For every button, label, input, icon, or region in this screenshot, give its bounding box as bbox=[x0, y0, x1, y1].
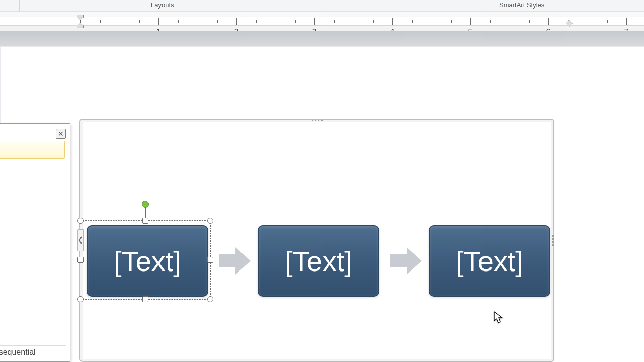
ruler-tick bbox=[470, 18, 471, 25]
ruler-tick bbox=[451, 20, 452, 23]
ruler-tick bbox=[392, 18, 393, 25]
ruler-tick bbox=[432, 19, 432, 24]
ribbon-group-styles-label: SmartArt Styles bbox=[499, 1, 544, 9]
ruler-tick bbox=[236, 18, 237, 25]
ruler-tick bbox=[354, 19, 354, 24]
resize-handle-w[interactable] bbox=[77, 257, 84, 263]
rotation-handle[interactable] bbox=[142, 201, 149, 208]
ruler-tick bbox=[490, 20, 491, 23]
ribbon-group-strip: Layouts SmartArt Styles bbox=[0, 0, 644, 11]
ruler-tick bbox=[607, 20, 608, 23]
ribbon-group-layouts-label: Layouts bbox=[151, 1, 174, 9]
ruler-tick bbox=[256, 20, 257, 23]
text-pane-body[interactable] bbox=[0, 164, 65, 334]
ruler-tick bbox=[510, 19, 510, 24]
horizontal-ruler[interactable]: 1 2 3 4 5 6 7 bbox=[0, 11, 644, 31]
ruler-tick bbox=[626, 18, 627, 25]
smartart-shape-3[interactable]: [Text] bbox=[429, 225, 550, 297]
ruler-tick bbox=[314, 18, 315, 25]
resize-handle-n[interactable] bbox=[142, 218, 148, 224]
ruler-tick bbox=[412, 20, 413, 23]
selection-frame[interactable] bbox=[80, 220, 211, 300]
ruler-tick bbox=[373, 20, 374, 23]
resize-handle-s[interactable] bbox=[142, 296, 148, 302]
ruler-tick bbox=[158, 18, 159, 25]
container-grip-right[interactable] bbox=[551, 234, 554, 246]
ruler-tick bbox=[100, 20, 101, 23]
ruler-tick bbox=[198, 19, 198, 24]
ruler-tick bbox=[295, 20, 296, 23]
text-pane-title-row[interactable] bbox=[0, 141, 65, 159]
ruler-tick bbox=[139, 20, 140, 23]
smartart-text-pane[interactable]: ✕ or sequential bbox=[0, 123, 70, 362]
text-pane-description: or sequential bbox=[0, 345, 66, 361]
ruler-tick bbox=[529, 20, 530, 23]
ruler-tick bbox=[276, 19, 276, 24]
ruler-active-region bbox=[0, 17, 644, 26]
resize-handle-e[interactable] bbox=[207, 257, 213, 263]
ribbon-separator bbox=[309, 0, 309, 11]
smartart-shape-2[interactable]: [Text] bbox=[258, 225, 379, 297]
resize-handle-sw[interactable] bbox=[77, 296, 84, 302]
ruler-tick bbox=[548, 18, 549, 25]
ruler-tick bbox=[588, 19, 588, 24]
arrow-right-icon[interactable] bbox=[218, 245, 252, 277]
ribbon-separator bbox=[19, 0, 20, 11]
resize-handle-se[interactable] bbox=[207, 296, 213, 302]
close-icon[interactable]: ✕ bbox=[56, 129, 66, 139]
ruler-tick bbox=[334, 20, 335, 23]
container-grip-top[interactable] bbox=[311, 119, 323, 122]
resize-handle-nw[interactable] bbox=[77, 218, 84, 224]
ruler-tick bbox=[217, 20, 218, 23]
arrow-right-icon[interactable] bbox=[389, 245, 423, 277]
ruler-tick bbox=[178, 20, 179, 23]
resize-handle-ne[interactable] bbox=[207, 218, 213, 224]
workspace-gap bbox=[0, 31, 644, 46]
mouse-cursor-icon bbox=[493, 311, 503, 324]
ruler-tick bbox=[120, 19, 120, 24]
